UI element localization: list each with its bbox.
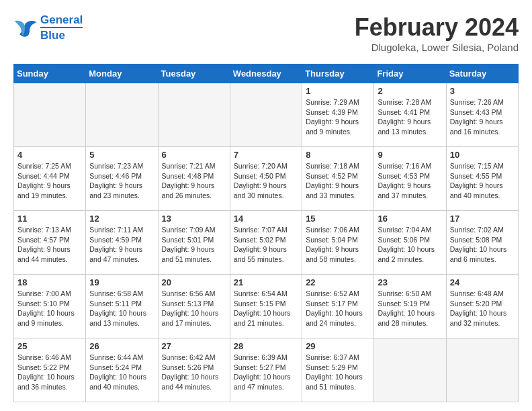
day-number: 10: [450, 150, 515, 160]
weekday-header-monday: Monday: [86, 64, 158, 83]
calendar-cell: 14Sunrise: 7:07 AM Sunset: 5:02 PM Dayli…: [230, 211, 302, 275]
day-info: Sunrise: 7:13 AM Sunset: 4:57 PM Dayligh…: [17, 225, 82, 265]
weekday-header-row: SundayMondayTuesdayWednesdayThursdayFrid…: [14, 64, 519, 83]
calendar-cell: 1Sunrise: 7:29 AM Sunset: 4:39 PM Daylig…: [302, 83, 374, 147]
day-number: 12: [89, 214, 154, 224]
calendar-cell: 21Sunrise: 6:54 AM Sunset: 5:15 PM Dayli…: [230, 275, 302, 338]
day-info: Sunrise: 6:37 AM Sunset: 5:29 PM Dayligh…: [306, 353, 370, 392]
calendar-cell: 13Sunrise: 7:09 AM Sunset: 5:01 PM Dayli…: [158, 211, 230, 275]
logo-text: General Blue: [40, 13, 83, 42]
day-number: 4: [17, 150, 82, 160]
calendar-cell: 9Sunrise: 7:16 AM Sunset: 4:53 PM Daylig…: [374, 147, 446, 211]
calendar-body: 1Sunrise: 7:29 AM Sunset: 4:39 PM Daylig…: [14, 83, 519, 402]
calendar-cell: 23Sunrise: 6:50 AM Sunset: 5:19 PM Dayli…: [374, 275, 446, 338]
logo-icon: [13, 18, 38, 38]
day-info: Sunrise: 7:06 AM Sunset: 5:04 PM Dayligh…: [306, 225, 370, 265]
weekday-header-tuesday: Tuesday: [158, 64, 230, 83]
weekday-header-friday: Friday: [374, 64, 446, 83]
day-info: Sunrise: 7:28 AM Sunset: 4:41 PM Dayligh…: [378, 97, 442, 137]
calendar-cell: 18Sunrise: 7:00 AM Sunset: 5:10 PM Dayli…: [14, 275, 86, 338]
day-info: Sunrise: 6:44 AM Sunset: 5:24 PM Dayligh…: [89, 353, 154, 392]
location: Dlugoleka, Lower Silesia, Poland: [355, 42, 519, 53]
day-number: 1: [306, 86, 370, 96]
day-info: Sunrise: 7:16 AM Sunset: 4:53 PM Dayligh…: [378, 161, 442, 201]
day-info: Sunrise: 7:26 AM Sunset: 4:43 PM Dayligh…: [450, 97, 515, 137]
day-info: Sunrise: 7:29 AM Sunset: 4:39 PM Dayligh…: [306, 97, 370, 137]
week-row-1: 1Sunrise: 7:29 AM Sunset: 4:39 PM Daylig…: [14, 83, 519, 147]
day-number: 5: [89, 150, 154, 160]
calendar-cell: 3Sunrise: 7:26 AM Sunset: 4:43 PM Daylig…: [446, 83, 518, 147]
day-info: Sunrise: 7:15 AM Sunset: 4:55 PM Dayligh…: [450, 161, 515, 201]
calendar-cell: 15Sunrise: 7:06 AM Sunset: 5:04 PM Dayli…: [302, 211, 374, 275]
day-number: 6: [162, 150, 226, 160]
day-info: Sunrise: 6:46 AM Sunset: 5:22 PM Dayligh…: [17, 353, 82, 392]
weekday-header-wednesday: Wednesday: [230, 64, 302, 83]
day-number: 17: [450, 214, 515, 224]
calendar-cell: 27Sunrise: 6:42 AM Sunset: 5:26 PM Dayli…: [158, 338, 230, 402]
day-info: Sunrise: 7:07 AM Sunset: 5:02 PM Dayligh…: [234, 225, 298, 265]
day-number: 14: [234, 214, 298, 224]
calendar-cell: 26Sunrise: 6:44 AM Sunset: 5:24 PM Dayli…: [86, 338, 158, 402]
month-title: February 2024: [355, 13, 519, 42]
day-number: 19: [89, 277, 154, 287]
day-number: 9: [378, 150, 442, 160]
week-row-3: 11Sunrise: 7:13 AM Sunset: 4:57 PM Dayli…: [14, 211, 519, 275]
day-number: 28: [234, 341, 298, 351]
calendar-cell: 17Sunrise: 7:02 AM Sunset: 5:08 PM Dayli…: [446, 211, 518, 275]
day-info: Sunrise: 6:54 AM Sunset: 5:15 PM Dayligh…: [234, 289, 298, 328]
day-info: Sunrise: 7:00 AM Sunset: 5:10 PM Dayligh…: [17, 289, 82, 328]
day-number: 2: [378, 86, 442, 96]
day-number: 18: [17, 277, 82, 287]
week-row-2: 4Sunrise: 7:25 AM Sunset: 4:44 PM Daylig…: [14, 147, 519, 211]
day-info: Sunrise: 6:58 AM Sunset: 5:11 PM Dayligh…: [89, 289, 154, 328]
day-number: 29: [306, 341, 370, 351]
day-number: 13: [162, 214, 226, 224]
calendar-cell: 8Sunrise: 7:18 AM Sunset: 4:52 PM Daylig…: [302, 147, 374, 211]
calendar-cell: 20Sunrise: 6:56 AM Sunset: 5:13 PM Dayli…: [158, 275, 230, 338]
title-section: February 2024 Dlugoleka, Lower Silesia, …: [355, 13, 519, 53]
day-info: Sunrise: 7:11 AM Sunset: 4:59 PM Dayligh…: [89, 225, 154, 265]
calendar-cell: 29Sunrise: 6:37 AM Sunset: 5:29 PM Dayli…: [302, 338, 374, 402]
calendar-cell: 6Sunrise: 7:21 AM Sunset: 4:48 PM Daylig…: [158, 147, 230, 211]
calendar-cell: 19Sunrise: 6:58 AM Sunset: 5:11 PM Dayli…: [86, 275, 158, 338]
calendar-cell: 5Sunrise: 7:23 AM Sunset: 4:46 PM Daylig…: [86, 147, 158, 211]
day-info: Sunrise: 6:50 AM Sunset: 5:19 PM Dayligh…: [378, 289, 442, 328]
calendar-cell: [374, 338, 446, 402]
day-number: 23: [378, 277, 442, 287]
day-number: 7: [234, 150, 298, 160]
day-info: Sunrise: 7:04 AM Sunset: 5:06 PM Dayligh…: [378, 225, 442, 265]
calendar-cell: 24Sunrise: 6:48 AM Sunset: 5:20 PM Dayli…: [446, 275, 518, 338]
day-number: 3: [450, 86, 515, 96]
page-header: General Blue February 2024 Dlugoleka, Lo…: [13, 13, 519, 53]
calendar-cell: 10Sunrise: 7:15 AM Sunset: 4:55 PM Dayli…: [446, 147, 518, 211]
calendar-cell: 7Sunrise: 7:20 AM Sunset: 4:50 PM Daylig…: [230, 147, 302, 211]
day-number: 25: [17, 341, 82, 351]
calendar-table: SundayMondayTuesdayWednesdayThursdayFrid…: [13, 64, 519, 402]
logo: General Blue: [13, 13, 83, 42]
week-row-5: 25Sunrise: 6:46 AM Sunset: 5:22 PM Dayli…: [14, 338, 519, 402]
day-info: Sunrise: 7:09 AM Sunset: 5:01 PM Dayligh…: [162, 225, 226, 265]
calendar-cell: 25Sunrise: 6:46 AM Sunset: 5:22 PM Dayli…: [14, 338, 86, 402]
calendar-cell: [446, 338, 518, 402]
day-info: Sunrise: 7:02 AM Sunset: 5:08 PM Dayligh…: [450, 225, 515, 265]
day-info: Sunrise: 6:52 AM Sunset: 5:17 PM Dayligh…: [306, 289, 370, 328]
day-number: 11: [17, 214, 82, 224]
weekday-header-saturday: Saturday: [446, 64, 518, 83]
day-info: Sunrise: 6:39 AM Sunset: 5:27 PM Dayligh…: [234, 353, 298, 392]
calendar-cell: [158, 83, 230, 147]
day-number: 26: [89, 341, 154, 351]
week-row-4: 18Sunrise: 7:00 AM Sunset: 5:10 PM Dayli…: [14, 275, 519, 338]
calendar-cell: 11Sunrise: 7:13 AM Sunset: 4:57 PM Dayli…: [14, 211, 86, 275]
day-info: Sunrise: 7:20 AM Sunset: 4:50 PM Dayligh…: [234, 161, 298, 201]
calendar-cell: 28Sunrise: 6:39 AM Sunset: 5:27 PM Dayli…: [230, 338, 302, 402]
weekday-header-thursday: Thursday: [302, 64, 374, 83]
calendar-cell: 16Sunrise: 7:04 AM Sunset: 5:06 PM Dayli…: [374, 211, 446, 275]
day-number: 24: [450, 277, 515, 287]
weekday-header-sunday: Sunday: [14, 64, 86, 83]
day-info: Sunrise: 7:21 AM Sunset: 4:48 PM Dayligh…: [162, 161, 226, 201]
day-number: 15: [306, 214, 370, 224]
day-number: 16: [378, 214, 442, 224]
day-info: Sunrise: 6:48 AM Sunset: 5:20 PM Dayligh…: [450, 289, 515, 328]
day-number: 20: [162, 277, 226, 287]
calendar-cell: [230, 83, 302, 147]
